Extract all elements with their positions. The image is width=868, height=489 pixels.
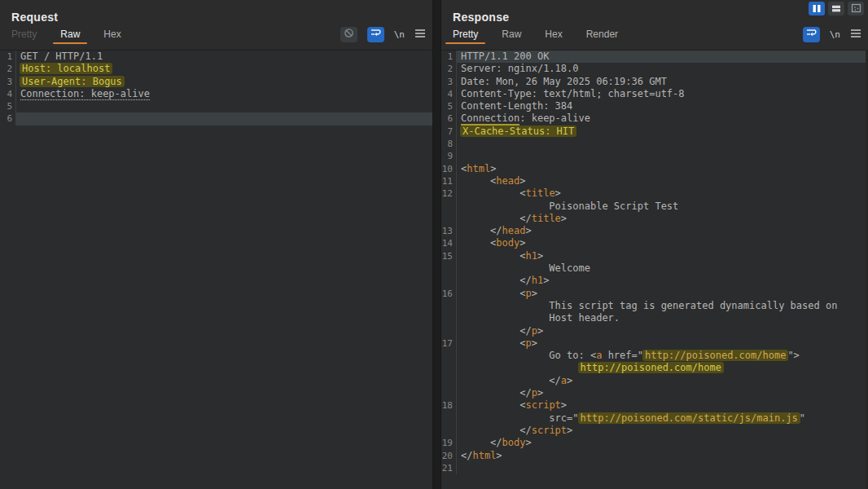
- line-content: </p>: [457, 387, 866, 399]
- panel-divider[interactable]: [432, 0, 441, 489]
- code-line[interactable]: 4Connection: keep-alive: [0, 88, 432, 100]
- tab-render[interactable]: Render: [586, 29, 618, 40]
- code-line[interactable]: 8: [441, 138, 866, 150]
- request-toolbar: \n: [340, 27, 432, 42]
- line-number: 16: [441, 288, 457, 300]
- line-content: </a>: [457, 375, 866, 387]
- request-editor[interactable]: 1GET / HTTP/1.12Host: localhost3User-Age…: [0, 50, 432, 489]
- code-text: </: [461, 387, 532, 399]
- code-text: Content-Type: text/html; charset=utf-8: [461, 88, 685, 99]
- show-newlines-toggle-request[interactable]: \n: [394, 29, 405, 40]
- code-line[interactable]: 5Content-Length: 384: [441, 100, 866, 112]
- line-number: [441, 300, 457, 312]
- code-line[interactable]: 13 </head>: [441, 225, 866, 237]
- line-content: </body>: [457, 437, 866, 449]
- code-text: href=": [602, 350, 643, 361]
- word-wrap-toggle-request[interactable]: [367, 27, 384, 42]
- code-line[interactable]: 1GET / HTTP/1.1: [0, 51, 432, 63]
- code-line[interactable]: 17 <p>: [441, 337, 866, 350]
- code-line[interactable]: 18 <script>: [441, 399, 866, 412]
- line-number: 8: [441, 138, 457, 150]
- code-line[interactable]: 3Date: Mon, 26 May 2025 06:19:36 GMT: [441, 76, 866, 88]
- line-content: src="http://poisoned.com/static/js/main.…: [457, 412, 866, 425]
- code-line[interactable]: </title>: [441, 213, 866, 225]
- code-line[interactable]: Go to: <a href="http://poisoned.com/home…: [441, 350, 866, 362]
- line-content: Poisonable Script Test: [457, 200, 866, 213]
- code-line[interactable]: 9: [441, 150, 866, 162]
- code-text: </: [461, 325, 532, 337]
- code-line[interactable]: This script tag is generated dynamically…: [441, 300, 866, 312]
- code-text: </: [461, 213, 532, 224]
- code-line[interactable]: </h1>: [441, 275, 866, 287]
- line-content: Connection: keep-alive: [457, 112, 866, 125]
- editor-menu-button-request[interactable]: [414, 27, 426, 42]
- code-line[interactable]: 3User-Agent: Bogus: [0, 76, 432, 88]
- code-line[interactable]: </p>: [441, 325, 866, 337]
- code-text: </: [461, 425, 532, 436]
- tag-name: body: [496, 237, 519, 249]
- code-line[interactable]: 2Host: localhost: [0, 63, 432, 75]
- columns-layout-button[interactable]: [809, 2, 825, 15]
- code-line[interactable]: 5: [0, 100, 432, 112]
- word-wrap-toggle-response[interactable]: [803, 27, 820, 42]
- tag-name: html: [472, 450, 496, 461]
- tab-pretty[interactable]: Pretty: [11, 29, 37, 40]
- code-line[interactable]: Poisonable Script Test: [441, 200, 866, 213]
- tab-pretty[interactable]: Pretty: [453, 29, 478, 40]
- line-content: </p>: [457, 325, 866, 337]
- code-text: </: [461, 437, 502, 448]
- code-line[interactable]: 2Server: nginx/1.18.0: [441, 63, 866, 75]
- tab-raw[interactable]: Raw: [502, 29, 521, 40]
- tab-hex[interactable]: Hex: [545, 29, 562, 40]
- code-line[interactable]: 14 <body>: [441, 237, 866, 249]
- code-line[interactable]: </p>: [441, 387, 866, 399]
- code-line[interactable]: 15 <h1>: [441, 250, 866, 262]
- rows-layout-button[interactable]: [828, 2, 844, 15]
- editor-menu-button-response[interactable]: [850, 27, 861, 42]
- intercept-disabled-button[interactable]: [340, 27, 357, 42]
- line-number: 10: [441, 163, 457, 175]
- tag-name: html: [467, 163, 490, 174]
- code-line[interactable]: 19 </body>: [441, 437, 866, 449]
- tag-name: title: [532, 213, 561, 224]
- code-line[interactable]: 12 <title>: [441, 187, 866, 200]
- code-line[interactable]: 6Connection: keep-alive: [441, 112, 866, 125]
- code-line[interactable]: Host header.: [441, 312, 866, 324]
- tag-name: p: [525, 337, 531, 349]
- code-text: Welcome: [461, 262, 590, 274]
- line-number: 4: [441, 88, 457, 100]
- code-text: <: [461, 187, 525, 199]
- code-line[interactable]: 16 <p>: [441, 288, 866, 300]
- code-line[interactable]: 10<html>: [441, 163, 866, 175]
- code-text: This script tag is generated dynamically…: [461, 300, 837, 311]
- line-number: 17: [441, 337, 457, 350]
- dotted-underline-text: Connection: keep-alive: [20, 88, 150, 100]
- tag-name: h1: [525, 250, 537, 262]
- code-line[interactable]: 1HTTP/1.1 200 OK: [441, 51, 866, 63]
- code-text: <: [461, 237, 496, 249]
- code-line[interactable]: 11 <head>: [441, 175, 866, 187]
- code-line[interactable]: 7X-Cache-Status: HIT: [441, 126, 866, 138]
- code-line[interactable]: </a>: [441, 375, 866, 387]
- line-number: 3: [441, 76, 457, 88]
- response-title: Response: [441, 0, 868, 24]
- code-line[interactable]: 21: [441, 462, 866, 474]
- code-line[interactable]: 20</html>: [441, 450, 866, 462]
- code-line[interactable]: </script>: [441, 425, 866, 437]
- line-content: </h1>: [457, 275, 866, 287]
- code-line[interactable]: Welcome: [441, 262, 866, 275]
- code-line[interactable]: http://poisoned.com/home: [441, 362, 866, 374]
- code-text: Go to: <: [461, 350, 596, 361]
- line-number: 7: [441, 126, 457, 138]
- code-text: [461, 362, 579, 373]
- code-line[interactable]: 6: [0, 112, 432, 125]
- code-line[interactable]: 4Content-Type: text/html; charset=utf-8: [441, 88, 866, 100]
- combined-layout-button[interactable]: [848, 2, 864, 15]
- line-number: 4: [0, 88, 16, 100]
- response-editor[interactable]: 1HTTP/1.1 200 OK2Server: nginx/1.18.03Da…: [441, 50, 868, 489]
- line-content: Host header.: [457, 312, 866, 324]
- show-newlines-toggle-response[interactable]: \n: [830, 29, 840, 40]
- tab-raw[interactable]: Raw: [60, 29, 80, 40]
- code-line[interactable]: src="http://poisoned.com/static/js/main.…: [441, 412, 866, 425]
- tab-hex[interactable]: Hex: [103, 29, 121, 40]
